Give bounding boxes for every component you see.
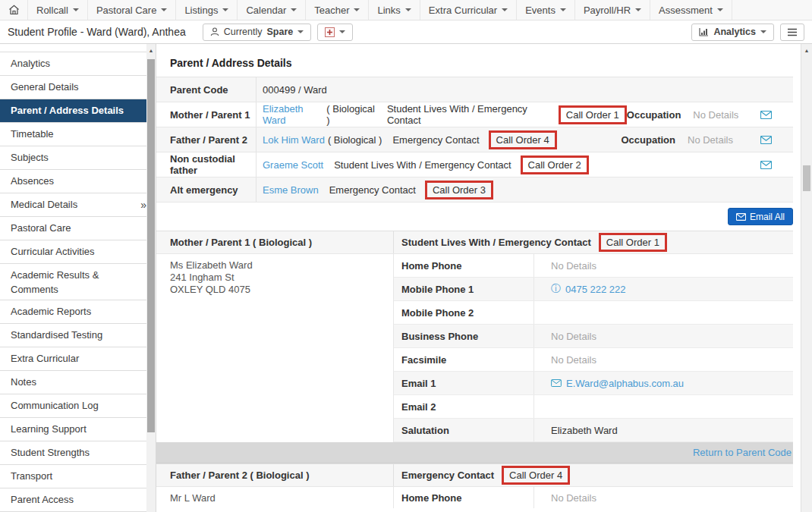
call-order-annotation: Call Order 1 [599,233,667,252]
hamburger-menu-icon [787,28,798,36]
parent-address-block: Mr L Ward [156,487,393,508]
nav-item-payroll-hr[interactable]: Payroll/HR [575,0,650,20]
top-navbar: Rollcall Pastoral Care Listings Calendar… [0,0,812,20]
nav-item-assessment[interactable]: Assessment [650,0,732,20]
phone-link[interactable]: 0475 222 222 [565,284,626,295]
profile-sidebar: Analytics General Details Parent / Addre… [0,44,146,512]
nav-item-extra-curricular[interactable]: Extra Curricular [420,0,517,20]
field-row-mobile-phone-2: Mobile Phone 2 [394,301,793,325]
parent-name-link[interactable]: Lok Him Ward [257,134,325,146]
nav-item-listings[interactable]: Listings [176,0,238,20]
table-row-non-custodial-father: Non custodial father Graeme Scott Studen… [156,152,793,177]
chevron-down-icon [222,8,228,11]
sidebar-item-parent-address-details[interactable]: Parent / Address Details [0,99,146,123]
table-row-alt-emergency: Alt emergency Esme Brown Emergency Conta… [156,177,793,203]
field-row-mobile-phone-1: Mobile Phone 1 ⓘ 0475 222 222 [394,278,793,301]
sidebar-item-extra-curricular[interactable]: Extra Curricular [0,347,146,371]
sidebar-item-notes[interactable]: Notes [0,371,146,394]
scroll-up-arrow[interactable]: ▲ [146,44,156,56]
section-divider-band: Return to Parent Code [156,442,793,463]
info-icon[interactable]: ⓘ [551,282,561,296]
section-header-father: Father / Parent 2 ( Biological ) Emergen… [156,463,793,487]
envelope-icon[interactable] [760,136,772,144]
field-row-facsimile: Facsimile No Details [394,348,793,372]
chevron-down-icon [354,8,360,11]
field-row-home-phone: Home Phone No Details [394,487,793,508]
table-row-parent-code: Parent Code 000499 / Ward [156,77,793,102]
chevron-down-icon [297,30,304,33]
envelope-icon [736,213,746,221]
sidebar-item-standardised-testing[interactable]: Standardised Testing [0,324,146,347]
sidebar-item-pastoral-care[interactable]: Pastoral Care [0,217,146,240]
call-order-annotation: Call Order 4 [502,466,570,485]
field-row-salutation: Salutation Elizabeth Ward [394,419,793,442]
chevron-down-icon [73,8,79,11]
sidebar-scrollbar-thumb[interactable] [147,59,155,432]
sidebar-item-timetable[interactable]: Timetable [0,123,146,146]
nav-item-teacher[interactable]: Teacher [306,0,369,20]
nav-item-rollcall[interactable]: Rollcall [28,0,88,20]
nav-item-events[interactable]: Events [517,0,575,20]
email-link[interactable]: E.Ward@alphabus.com.au [566,378,684,389]
chevron-down-icon [560,8,566,11]
chevron-down-icon [161,8,167,11]
parent-summary-table: Parent Code 000499 / Ward Mother / Paren… [156,77,793,203]
sidebar-item-student-strengths[interactable]: Student Strengths [0,441,146,465]
email-all-row: Email All [156,203,793,231]
section-header-mother: Mother / Parent 1 ( Biological ) Student… [156,231,793,254]
person-icon [210,27,219,36]
envelope-icon [551,379,562,387]
sidebar-item-transport[interactable]: Transport [0,465,146,488]
home-icon[interactable] [0,0,28,20]
sidebar-item-general-details[interactable]: General Details [0,76,146,99]
add-box-icon [325,27,335,37]
contact-fields: Home Phone No Details [393,487,793,508]
sidebar-item-absences[interactable]: Absences [0,170,146,193]
scroll-up-arrow[interactable]: ▲ [801,44,812,56]
sidebar-item-academic-reports[interactable]: Academic Reports [0,300,146,324]
nav-item-links[interactable]: Links [369,0,420,20]
call-order-annotation: Call Order 4 [489,130,557,149]
analytics-chart-icon [699,27,709,36]
analytics-button[interactable]: Analytics [691,24,774,41]
page-scrollbar-thumb[interactable] [803,165,810,191]
envelope-icon[interactable] [760,111,772,119]
sidebar-scrollbar[interactable]: ▲ [146,44,156,512]
parent-name-link[interactable]: Graeme Scott [257,159,323,171]
return-to-parent-code-link[interactable]: Return to Parent Code [693,447,792,458]
page-title: Student Profile - Ward (Ward), Anthea [8,26,186,38]
sidebar-item-parent-access[interactable]: Parent Access [0,488,146,512]
sidebar-item-analytics[interactable]: Analytics [0,52,146,76]
hamburger-menu-button[interactable] [780,24,804,41]
envelope-icon[interactable] [760,161,772,169]
chevron-right-icon: » [140,193,146,216]
parent-name-link[interactable]: Esme Brown [257,184,319,196]
add-menu-button[interactable] [317,24,353,41]
sidebar-item-curricular-activities[interactable]: Curricular Activities [0,240,146,264]
currently-spare-button[interactable]: Currently Spare [203,24,311,41]
contact-fields: Home Phone No Details Mobile Phone 1 ⓘ 0… [393,254,793,442]
page-scrollbar[interactable]: ▲ [801,44,812,512]
table-row-father-parent2: Father / Parent 2 Lok Him Ward ( Biologi… [156,127,793,152]
section-body-mother: Ms Elizabeth Ward 241 Ingham St OXLEY QL… [156,254,793,442]
call-order-annotation: Call Order 2 [521,155,589,174]
section-body-father: Mr L Ward Home Phone No Details [156,487,793,508]
chevron-down-icon [339,30,345,33]
sidebar-item-learning-support[interactable]: Learning Support [0,418,146,441]
parent-name-link[interactable]: Elizabeth Ward [257,103,323,126]
field-row-email-2: Email 2 [394,395,793,419]
sidebar-item-medical-details[interactable]: Medical Details» [0,193,146,217]
parent-code-value: 000499 / Ward [257,84,327,96]
chevron-down-icon [760,30,766,33]
email-all-button[interactable]: Email All [728,208,793,225]
sidebar-item-communication-log[interactable]: Communication Log [0,394,146,418]
chevron-down-icon [717,8,723,11]
nav-item-calendar[interactable]: Calendar [238,0,306,20]
title-bar: Student Profile - Ward (Ward), Anthea Cu… [0,20,812,44]
sidebar-item-academic-results-comments[interactable]: Academic Results & Comments [0,264,146,300]
parent-address-block: Ms Elizabeth Ward 241 Ingham St OXLEY QL… [156,254,393,442]
call-order-annotation: Call Order 1 [559,105,627,124]
sidebar-item-subjects[interactable]: Subjects [0,146,146,170]
field-row-email-1: Email 1 E.Ward@alphabus.com.au [394,372,793,395]
nav-item-pastoral-care[interactable]: Pastoral Care [88,0,176,20]
